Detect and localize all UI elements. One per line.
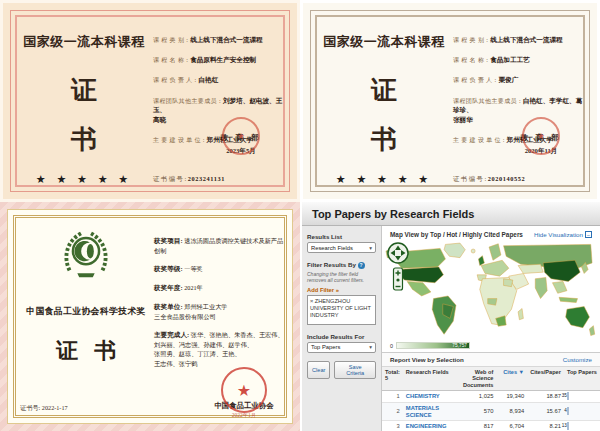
esi-main-area: Map View by Top / Hot / Highly Cited Pap… [382, 226, 600, 431]
col-wos-documents: Web of Science Documents [454, 367, 496, 391]
certificate-title: 国家级一流本科课程 [23, 33, 145, 51]
award-certificate-title: 证书 [22, 336, 150, 366]
star-rating: ★ ★ ★ ★ ★ [323, 173, 445, 186]
field-course-leader: 课 程 负 责 人 : 白艳红 [153, 75, 287, 85]
esi-panel: Top Papers by Research Fields Results Li… [300, 202, 600, 431]
save-criteria-button[interactable]: Save Criteria [334, 361, 376, 379]
field-award-project: 获奖项目: 速冻汤圆品质调控关键技术及新产品创制 [154, 236, 284, 255]
field-course-name: 课 程 名 称 : 食品加工工艺 [453, 55, 587, 65]
chevron-down-icon: ▾ [369, 245, 372, 251]
world-choropleth-map [382, 240, 600, 340]
field-course-name: 课 程 名 称 : 食品原料生产安全控制 [153, 55, 287, 65]
map-color-legend: 0 75,757 [382, 340, 600, 352]
certificate-number: 证 书 编 号 : 2023241131 [153, 175, 225, 184]
page-title-bar: Top Papers by Research Fields [302, 202, 600, 226]
filters-sidebar: Results List Research Fields ▾ Filter Re… [302, 226, 382, 431]
col-cites-per-paper: Cites/Paper [527, 367, 564, 391]
certificate-course-2: 国家级一流本科课程 证 书 ★ ★ ★ ★ ★ 课 程 类 别 : 线上线下混合… [300, 0, 600, 202]
remove-filter-icon[interactable]: × [310, 298, 313, 304]
certificate-left-column: 国家级一流本科课程 证 书 ★ ★ ★ ★ ★ [323, 33, 445, 186]
clear-button[interactable]: Clear [307, 361, 330, 379]
field-award-units: 获奖单位: 郑州轻工业大学 三全食品股份有限公司 [154, 302, 284, 321]
field-course-category: 课 程 类 别 : 线上线下混合式一流课程 [153, 35, 287, 45]
top-papers-bar: 13 [567, 422, 569, 430]
field-award-grade: 获奖等级: 一等奖 [154, 264, 284, 274]
col-total: Total: 5 [382, 367, 403, 391]
active-filter-label: ZHENGZHOU UNIVERSITY OF LIGHT INDUSTRY [310, 298, 371, 319]
legend-gradient-bar: 75,757 [396, 342, 470, 349]
issue-date: 2022年1月 [196, 412, 292, 419]
col-cites-sort[interactable]: Cites ▼ [496, 367, 527, 391]
col-top-papers: Top Papers [564, 367, 600, 391]
customize-link[interactable]: Customize [563, 356, 592, 363]
filter-by-label: Filter Results By ? [307, 261, 376, 269]
table-row: 3 ENGINEERING 817 6,704 8.21 13 [382, 421, 600, 431]
add-filter-link[interactable]: Add Filter » [307, 287, 376, 293]
include-results-select[interactable]: Top Papers ▾ [307, 342, 376, 353]
award-association-title: 中国食品工业协会科学技术奖 [22, 306, 150, 318]
field-course-category: 课 程 类 别 : 线上线下混合式一流课程 [453, 35, 587, 45]
page-title: Top Papers by Research Fields [312, 208, 474, 220]
association-emblem-icon [57, 226, 115, 284]
award-certificate-number: 证书号: 2022-1-17 [20, 404, 68, 413]
top-papers-bar: 35 [567, 392, 569, 400]
results-list-select[interactable]: Research Fields ▾ [307, 242, 376, 253]
map-view-title: Map View by Top / Hot / Highly Cited Pap… [390, 231, 523, 238]
award-left-column: 中国食品工业协会科学技术奖 证书 [22, 226, 150, 366]
ministry-seal: ★ 教 育 部 2020年11月 [503, 121, 579, 156]
screenshot-collage: 国家级一流本科课程 证 书 ★ ★ ★ ★ ★ 课 程 类 别 : 线上线下混合… [0, 0, 600, 431]
col-research-fields: Research Fields [403, 367, 455, 391]
certificate-char-zheng: 证 [23, 73, 145, 108]
field-link[interactable]: ENGINEERING [406, 423, 447, 429]
certificate-char-shu: 书 [323, 122, 445, 157]
field-course-leader: 课 程 负 责 人 : 栗俊广 [453, 75, 587, 85]
hide-visualization-link[interactable]: Hide Visualization− [534, 231, 592, 238]
certificate-left-column: 国家级一流本科课程 证 书 ★ ★ ★ ★ ★ [23, 33, 145, 186]
certificate-title: 国家级一流本科课程 [323, 33, 445, 51]
active-filter-box: × ZHENGZHOU UNIVERSITY OF LIGHT INDUSTRY [307, 295, 376, 325]
field-award-contributors: 主要完成人: 张华、张艳艳、朱香杰、王宏伟、 刘兴丽、冯志强、孙建伟、赵学伟、 … [154, 330, 284, 368]
research-fields-table: Total: 5 Research Fields Web of Science … [382, 366, 600, 431]
chevron-down-icon: ▾ [369, 344, 372, 350]
certificate-award: 中国食品工业协会科学技术奖 证书 证书号: 2022-1-17 获奖项目: 速冻… [0, 202, 300, 431]
sort-descending-icon: ▼ [519, 369, 525, 375]
red-seal-star-icon: ★ [221, 367, 267, 413]
field-award-year: 获奖年度: 2021年 [154, 283, 284, 293]
certificate-char-zheng: 证 [323, 73, 445, 108]
ministry-seal: ★ 教 育 部 2023年5月 [203, 121, 279, 156]
filter-note: Changing the filter field removes all cu… [307, 271, 376, 284]
association-seal: ★ 中国食品工业协会 2022年1月 [196, 401, 292, 419]
field-link[interactable]: CHEMISTRY [406, 393, 440, 399]
certificate-number: 证 书 编 号 : 2020140552 [453, 175, 525, 184]
top-papers-bar: 4 [567, 407, 569, 415]
results-list-label: Results List [307, 233, 376, 240]
report-view-title: Report View by Selection [390, 356, 464, 363]
table-row: 1 CHEMISTRY 1,025 19,340 18.87 35 [382, 391, 600, 403]
minus-icon: − [585, 231, 592, 238]
legend-min: 0 [390, 343, 393, 349]
legend-max: 75,757 [452, 343, 467, 349]
certificate-char-shu: 书 [23, 122, 145, 157]
world-map-visualization [382, 240, 600, 340]
table-row: 2 MATERIALS SCIENCE 570 8,934 15.67 4 [382, 402, 600, 420]
red-seal-icon: ★ [222, 117, 260, 155]
map-zoom-control[interactable] [387, 242, 409, 292]
field-link[interactable]: MATERIALS SCIENCE [406, 405, 439, 418]
certificate-course-1: 国家级一流本科课程 证 书 ★ ★ ★ ★ ★ 课 程 类 别 : 线上线下混合… [0, 0, 300, 202]
star-rating: ★ ★ ★ ★ ★ [23, 173, 145, 186]
award-fields: 获奖项目: 速冻汤圆品质调控关键技术及新产品创制 获奖等级: 一等奖 获奖年度:… [154, 236, 284, 377]
help-icon[interactable]: ? [358, 262, 365, 269]
include-results-label: Include Results For [307, 333, 376, 340]
red-seal-icon: ★ [522, 117, 560, 155]
